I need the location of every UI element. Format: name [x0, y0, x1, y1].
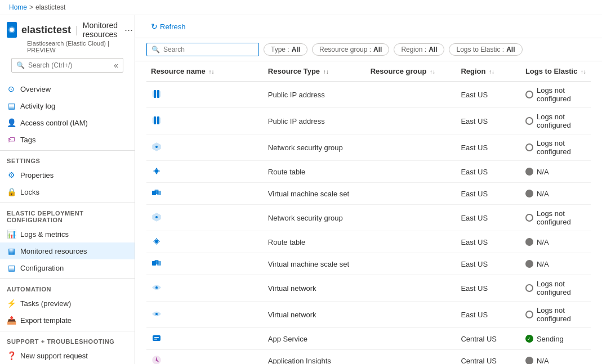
sidebar-item-new-support[interactable]: ❓ New support request	[0, 347, 135, 364]
table-row: ↔ Virtual network East US Logs not confi…	[146, 275, 591, 302]
sidebar-item-configuration[interactable]: ▤ Configuration	[0, 259, 135, 276]
status-label: Logs not configured	[537, 113, 586, 129]
col-header-name[interactable]: Resource name ↑↓	[146, 61, 264, 82]
sort-icon-name: ↑↓	[208, 69, 214, 75]
filter-search-box[interactable]: 🔍	[146, 43, 259, 56]
resource-icon	[151, 88, 162, 100]
filter-chip-region[interactable]: Region : All	[394, 43, 444, 56]
status-dot	[525, 168, 533, 176]
sidebar-item-export-template[interactable]: 📤 Export template	[0, 312, 135, 329]
col-header-logs[interactable]: Logs to Elastic ↑↓	[521, 61, 591, 82]
sidebar-nav: ⊙ Overview ▤ Activity log 👤 Access contr…	[0, 80, 135, 364]
filter-search-input[interactable]	[163, 46, 254, 53]
cell-region: East US	[456, 302, 521, 328]
sidebar-item-logs-metrics[interactable]: 📊 Logs & metrics	[0, 226, 135, 242]
status-label: N/A	[537, 357, 549, 365]
breadcrumb-home[interactable]: Home	[9, 3, 27, 11]
svg-rect-12	[155, 190, 159, 194]
sidebar-item-label: Monitored resources	[20, 247, 87, 255]
toolbar: ↻ Refresh	[135, 15, 602, 38]
cell-group	[366, 161, 457, 183]
cell-name: ↔	[146, 302, 264, 328]
filter-search-icon: 🔍	[151, 46, 160, 53]
sidebar-item-monitored-resources[interactable]: ▦ Monitored resources	[0, 242, 135, 259]
col-header-type[interactable]: Resource Type ↑↓	[264, 61, 366, 82]
filter-chip-type[interactable]: Type : All	[264, 43, 307, 56]
filter-chip-resource-group[interactable]: Resource group : All	[312, 43, 389, 56]
svg-rect-6	[154, 116, 156, 124]
cell-region: East US	[456, 231, 521, 253]
table-body: Public IP address East US Logs not confi…	[146, 82, 591, 365]
sidebar-item-label: Overview	[20, 85, 51, 93]
tag-icon: 🏷	[7, 135, 16, 144]
status-dot	[525, 311, 533, 318]
filter-chip-logs-elastic[interactable]: Logs to Elastic : All	[449, 43, 522, 56]
sidebar-more[interactable]: ···	[124, 24, 133, 36]
status-label: Logs not configured	[537, 306, 586, 323]
status-badge: N/A	[525, 168, 586, 176]
status-badge: Logs not configured	[525, 86, 586, 103]
status-dot	[525, 91, 533, 98]
cell-region: East US	[456, 134, 521, 161]
table-row: Public IP address East US Logs not confi…	[146, 82, 591, 108]
status-label: N/A	[537, 168, 549, 176]
sidebar-item-locks[interactable]: 🔒 Locks	[0, 183, 135, 200]
sidebar-item-access-control[interactable]: 👤 Access control (IAM)	[0, 114, 135, 131]
breadcrumb-sep: >	[29, 3, 33, 11]
table-row: App Service Central US Sending	[146, 328, 591, 350]
svg-rect-4	[157, 90, 159, 98]
status-badge: Logs not configured	[525, 139, 586, 156]
status-dot	[525, 214, 533, 222]
home-icon: ⊙	[7, 84, 16, 93]
cell-name	[146, 82, 264, 108]
breadcrumb-current: elastictest	[35, 3, 65, 11]
sidebar-item-label: Activity log	[20, 102, 55, 110]
sidebar-item-tasks[interactable]: ⚡ Tasks (preview)	[0, 295, 135, 312]
svg-point-8	[155, 146, 158, 148]
sidebar-search-box[interactable]: 🔍 «	[11, 58, 123, 73]
svg-rect-24	[154, 339, 157, 340]
status-label: Sending	[537, 335, 564, 343]
resource-icon	[151, 141, 162, 152]
status-badge: Logs not configured	[525, 113, 586, 129]
cell-type: Application Insights	[264, 350, 366, 365]
svg-point-1	[10, 28, 14, 32]
table-row: Network security group East US Logs not …	[146, 134, 591, 161]
status-label: Logs not configured	[537, 280, 586, 296]
table-row: Route table East US N/A	[146, 161, 591, 183]
refresh-button[interactable]: ↻ Refresh	[146, 20, 190, 33]
sidebar-item-properties[interactable]: ⚙ Properties	[0, 167, 135, 183]
sidebar-item-activity-log[interactable]: ▤ Activity log	[0, 97, 135, 114]
cell-group	[366, 275, 457, 302]
cell-logs: Logs not configured	[521, 82, 591, 108]
cell-region: East US	[456, 253, 521, 275]
sidebar-item-tags[interactable]: 🏷 Tags	[0, 131, 135, 148]
person-icon: 👤	[7, 118, 16, 127]
status-label: N/A	[537, 260, 549, 268]
sidebar-search-input[interactable]	[28, 61, 110, 69]
table-row: Public IP address East US Logs not confi…	[146, 108, 591, 134]
list-icon: ▤	[7, 101, 16, 110]
status-label: Logs not configured	[537, 86, 586, 103]
cell-region: East US	[456, 108, 521, 134]
cell-group	[366, 205, 457, 231]
collapse-icon[interactable]: «	[114, 61, 118, 70]
grid-icon: ▦	[7, 246, 16, 255]
resource-icon: ↔	[151, 282, 162, 293]
resource-icon	[151, 236, 162, 247]
sidebar-item-overview[interactable]: ⊙ Overview	[0, 80, 135, 97]
cell-type: Route table	[264, 161, 366, 183]
resource-icon	[151, 258, 162, 269]
col-header-region[interactable]: Region ↑↓	[456, 61, 521, 82]
cell-group	[366, 328, 457, 350]
cell-group	[366, 82, 457, 108]
sidebar-item-label: Properties	[20, 171, 53, 179]
support-icon: ❓	[7, 351, 16, 360]
col-header-group[interactable]: Resource group ↑↓	[366, 61, 457, 82]
sidebar-item-label: Access control (IAM)	[20, 119, 88, 127]
cell-region: East US	[456, 183, 521, 205]
sidebar-title-sep: |	[75, 24, 78, 36]
cell-region: Central US	[456, 350, 521, 365]
resource-icon: ↔	[151, 308, 162, 320]
cell-name	[146, 328, 264, 350]
